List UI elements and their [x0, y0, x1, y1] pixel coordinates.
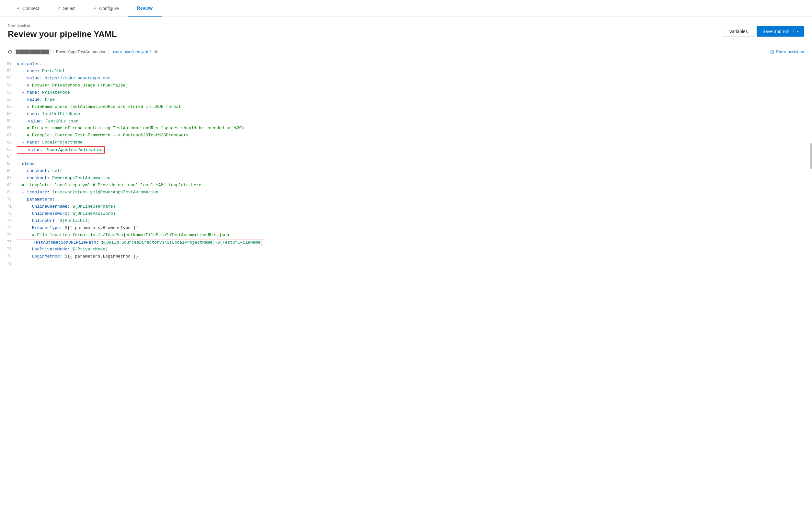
line-content: OnlinePassword: $(OnlinePassword) — [17, 210, 812, 217]
line-number: 59 — [0, 118, 17, 124]
line-number: 56 — [0, 97, 17, 103]
code-line: 62 - name: LocalProjectName — [0, 139, 812, 146]
line-content: BrowserType: ${{ parameters.BrowserType … — [17, 225, 812, 231]
code-line: 54 # Browser PrivateMode usage (true/fal… — [0, 82, 812, 90]
code-line: 76 TestAutomationURLFilePath: $(Build.So… — [0, 239, 812, 246]
line-content: steps: — [17, 161, 812, 167]
wizard-nav: ✓ Connect ✓ Select ✓ Configure Review — [0, 0, 812, 17]
save-run-dropdown-arrow[interactable]: ▾ — [793, 29, 798, 33]
code-line: 52 - name: PortalUrl — [0, 68, 812, 75]
scrollbar-thumb[interactable] — [810, 143, 812, 169]
line-number: 76 — [0, 239, 17, 245]
line-number: 52 — [0, 68, 17, 74]
line-number: 74 — [0, 225, 17, 231]
line-number: 55 — [0, 90, 17, 96]
header-left: New pipeline Review your pipeline YAML — [8, 23, 117, 39]
line-number: 51 — [0, 61, 17, 67]
line-number: 69 — [0, 189, 17, 196]
line-number: 64 — [0, 154, 17, 160]
line-content: UsePrivateMode: $(PrivateMode) — [17, 246, 812, 252]
code-line: 75 # File location format is /s/TeamProj… — [0, 232, 812, 239]
line-number: 62 — [0, 139, 17, 146]
code-line: 66 - checkout: self — [0, 168, 812, 175]
line-number: 77 — [0, 246, 17, 252]
code-line: 71 OnlineUsername: $(OnlineUsername) — [0, 203, 812, 210]
check-icon-connect: ✓ — [17, 6, 20, 11]
path-separator-2: / — [109, 49, 110, 54]
line-content: OnlineUsername: $(OnlineUsername) — [17, 203, 812, 210]
code-line: 78 LoginMethod: ${{ parameters.LoginMeth… — [0, 253, 812, 261]
copy-icon[interactable]: ⧉ — [155, 49, 157, 54]
code-line: 64 — [0, 154, 812, 161]
code-line: 57 # FileName where TestAutomationURLs a… — [0, 104, 812, 111]
github-icon: ⊙ — [8, 48, 12, 55]
line-content: - name: TestUrlFileName — [17, 111, 812, 117]
line-content: variables: — [17, 61, 812, 67]
nav-step-connect-label: Connect — [22, 6, 39, 11]
code-line: 63 value: PowerAppsTestAutomation — [0, 146, 812, 154]
line-number: 71 — [0, 203, 17, 210]
nav-step-review[interactable]: Review — [128, 0, 162, 16]
line-content: OnlineUrl: $(PortalUrl) — [17, 218, 812, 224]
line-number: 54 — [0, 82, 17, 89]
code-line: 60 # Project name of repo containing Tes… — [0, 125, 812, 132]
nav-step-select[interactable]: ✓ Select — [48, 0, 84, 16]
code-line: 73 OnlineUrl: $(PortalUrl) — [0, 218, 812, 225]
code-line: 72 OnlinePassword: $(OnlinePassword) — [0, 210, 812, 218]
repo-name: ████████████ — [14, 49, 51, 54]
nav-step-configure-label: Configure — [99, 6, 119, 11]
nav-step-review-label: Review — [137, 5, 153, 11]
line-content: - name: PrivateMode — [17, 90, 812, 96]
line-number: 78 — [0, 253, 17, 260]
show-assistant-button[interactable]: ⊞ Show assistant — [770, 49, 804, 54]
line-number: 67 — [0, 175, 17, 181]
modified-indicator: * — [150, 49, 151, 54]
save-and-run-label: Save and run — [763, 29, 793, 34]
code-line: 69 - template: frameworksteps.yml@PowerA… — [0, 189, 812, 196]
line-content: - checkout: self — [17, 168, 812, 174]
nav-step-configure[interactable]: ✓ Configure — [84, 0, 128, 16]
line-number: 70 — [0, 196, 17, 203]
breadcrumb: New pipeline — [8, 23, 117, 28]
line-number: 79 — [0, 261, 17, 267]
save-and-run-button[interactable]: Save and run ▾ — [757, 26, 804, 37]
filename[interactable]: azure-pipelines.yml — [112, 49, 148, 54]
line-content: - template: frameworksteps.yml@PowerApps… — [17, 189, 812, 196]
line-number: 65 — [0, 161, 17, 167]
code-line: 70 parameters: — [0, 196, 812, 203]
line-number: 57 — [0, 104, 17, 110]
line-content: value: true — [17, 97, 812, 103]
code-line: 55 - name: PrivateMode — [0, 90, 812, 97]
code-editor-wrapper: 51variables:52 - name: PortalUrl53 value… — [0, 58, 812, 270]
code-line: 58 - name: TestUrlFileName — [0, 111, 812, 118]
line-number: 58 — [0, 111, 17, 117]
line-content: value: TestURLs.json — [17, 118, 812, 125]
line-content: # Browser PrivateMode usage (true/false) — [17, 82, 812, 89]
line-content: LoginMethod: ${{ parameters.LoginMethod … — [17, 253, 812, 260]
line-content: # Example: Contoso Test Framework --> Co… — [17, 132, 812, 139]
code-line: 77 UsePrivateMode: $(PrivateMode) — [0, 246, 812, 253]
check-icon-select: ✓ — [57, 6, 61, 11]
line-content: parameters: — [17, 196, 812, 203]
file-path: ⊙ ████████████ / PowerAppsTestAutomation… — [8, 48, 157, 55]
code-line: 68 #- template: localsteps.yml # Provide… — [0, 182, 812, 189]
variables-button[interactable]: Variables — [723, 26, 754, 37]
file-bar: ⊙ ████████████ / PowerAppsTestAutomation… — [0, 45, 812, 58]
line-number: 73 — [0, 218, 17, 224]
code-line: 79 — [0, 261, 812, 268]
line-number: 61 — [0, 132, 17, 139]
show-assistant-label: Show assistant — [776, 49, 804, 54]
assistant-icon: ⊞ — [770, 49, 774, 54]
code-editor[interactable]: 51variables:52 - name: PortalUrl53 value… — [0, 58, 812, 270]
repo-name-2: PowerAppsTestAutomation — [56, 49, 107, 54]
line-content: - name: PortalUrl — [17, 68, 812, 74]
line-content: - name: LocalProjectName — [17, 139, 812, 146]
nav-step-connect[interactable]: ✓ Connect — [8, 0, 48, 16]
path-separator-1: / — [53, 49, 54, 54]
code-line: 74 BrowserType: ${{ parameters.BrowserTy… — [0, 225, 812, 232]
check-icon-configure: ✓ — [93, 6, 97, 11]
line-number: 60 — [0, 125, 17, 132]
line-content: value: https://make.powerapps.com — [17, 75, 812, 81]
line-content: # Project name of repo containing TestAu… — [17, 125, 812, 132]
code-line: 56 value: true — [0, 97, 812, 104]
